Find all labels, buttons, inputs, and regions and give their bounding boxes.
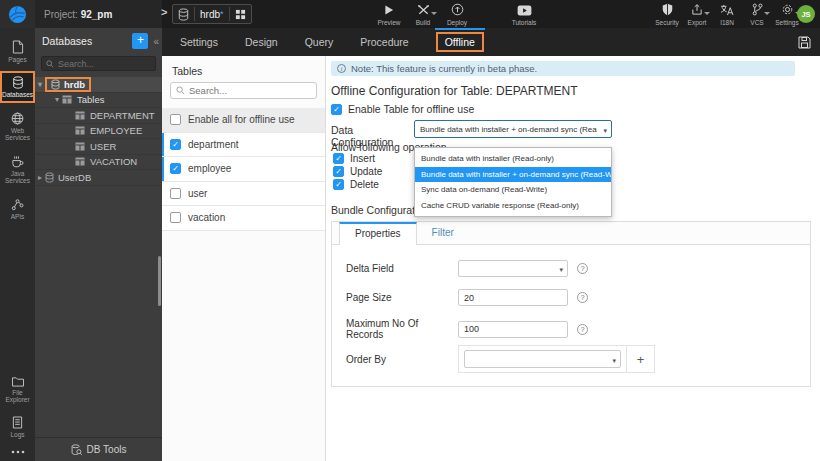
order-by-select[interactable]: ▾ <box>464 350 621 368</box>
logs-document-icon <box>12 416 23 429</box>
databases-search-input[interactable] <box>58 59 148 69</box>
sidebar-item-apis[interactable]: APIs <box>0 193 35 224</box>
table-checkbox[interactable] <box>170 188 181 199</box>
settings-actions-group: Security Export I18N VCS <box>652 3 802 26</box>
help-icon[interactable]: ? <box>577 324 588 335</box>
insert-checkbox[interactable]: ✓ <box>333 153 344 164</box>
save-database-icon[interactable] <box>798 36 811 49</box>
table-checkbox[interactable]: ✓ <box>170 163 181 174</box>
divider <box>229 7 230 21</box>
tree-node-tables-group[interactable]: ▾ Tables <box>35 93 162 109</box>
sidebar-item-file-explorer[interactable]: File Explorer <box>0 371 35 408</box>
table-row-vacation[interactable]: vacation <box>162 206 325 231</box>
sidebar-item-web-services[interactable]: Web Services <box>0 107 35 146</box>
open-entity-tab-hrdb[interactable]: hrdb* <box>172 4 252 24</box>
sidebar-item-logs[interactable]: Logs <box>0 411 35 442</box>
order-by-add-button[interactable]: + <box>627 346 654 372</box>
dropdown-option-selected[interactable]: Bundle data with installer + on-demand s… <box>415 167 611 183</box>
build-tools-icon <box>417 4 430 16</box>
tables-search-input[interactable] <box>189 85 299 96</box>
sidebar-item-java-services[interactable]: Java Services <box>0 150 35 189</box>
tutorials-button[interactable]: Tutorials <box>505 3 543 26</box>
row-label: vacation <box>188 212 225 223</box>
sidebar-item-databases[interactable]: Databases <box>0 71 35 102</box>
chevron-down-icon <box>431 12 437 15</box>
sidebar-item-more[interactable] <box>0 445 35 458</box>
export-button[interactable]: Export <box>682 3 712 26</box>
tables-search[interactable] <box>170 82 317 99</box>
tree-node-table[interactable]: DEPARTMENT <box>35 108 162 124</box>
delta-field-select[interactable]: ▾ <box>458 260 568 277</box>
i18n-button[interactable]: I18N <box>712 3 742 26</box>
operation-update-row[interactable]: ✓ Update <box>333 166 382 177</box>
app-logo[interactable] <box>0 0 35 28</box>
tree-node-userdb[interactable]: ▸ UserDB <box>35 170 162 186</box>
grid-view-icon[interactable] <box>235 9 246 20</box>
panel-scrollbar[interactable] <box>158 256 161 306</box>
help-icon[interactable]: ? <box>577 263 588 274</box>
search-icon <box>176 86 185 95</box>
help-icon[interactable]: ? <box>577 292 588 303</box>
update-checkbox[interactable]: ✓ <box>333 166 344 177</box>
enable-table-checkbox[interactable]: ✓ <box>331 104 342 115</box>
operation-delete-row[interactable]: ✓ Delete <box>333 179 379 190</box>
tree-node-table[interactable]: VACATION <box>35 155 162 171</box>
deploy-button[interactable]: Deploy <box>440 3 474 26</box>
tab-properties[interactable]: Properties <box>339 222 417 245</box>
select-caret-icon: ▾ <box>612 357 616 365</box>
tree-node-table[interactable]: EMPLOYEE <box>35 124 162 140</box>
enable-all-row[interactable]: Enable all for offline use <box>162 108 325 133</box>
folder-icon <box>11 376 25 387</box>
tab-procedure[interactable]: Procedure <box>360 36 408 48</box>
data-configuration-dropdown: Bundle data with installer (Read-only) B… <box>414 147 612 217</box>
security-button[interactable]: Security <box>652 3 682 26</box>
operation-insert-row[interactable]: ✓ Insert <box>333 153 375 164</box>
preview-button[interactable]: Preview <box>372 3 406 26</box>
data-configuration-select[interactable]: Bundle data with installer + on-demand s… <box>414 120 612 138</box>
table-checkbox[interactable] <box>170 212 181 223</box>
sidebar-item-pages[interactable]: Pages <box>0 35 35 67</box>
table-row-employee[interactable]: ✓ employee <box>162 157 325 182</box>
page-size-label: Page Size <box>346 292 458 303</box>
tree-node-label: USER <box>90 141 116 152</box>
dropdown-option[interactable]: Bundle data with installer (Read-only) <box>415 151 611 167</box>
page-size-input[interactable] <box>464 293 562 303</box>
tab-design[interactable]: Design <box>245 36 278 48</box>
collapse-panel-icon[interactable]: « <box>153 36 159 47</box>
page-size-row: Page Size ? <box>346 289 588 306</box>
tree-node-table[interactable]: USER <box>35 139 162 155</box>
tab-filter[interactable]: Filter <box>417 222 469 244</box>
database-icon <box>12 76 24 89</box>
left-icon-sidebar: Pages Databases Web Services Java Servic… <box>0 28 35 461</box>
tab-settings[interactable]: Settings <box>180 36 218 48</box>
top-bar: Project: 92_pm > hrdb* Preview <box>0 0 820 28</box>
tree-node-hrdb[interactable]: ▾ hrdb <box>35 77 162 93</box>
max-records-input[interactable] <box>464 324 562 334</box>
breadcrumb-chevron-icon[interactable]: > <box>161 6 167 18</box>
table-icon <box>75 111 85 120</box>
vcs-button[interactable]: VCS <box>742 3 772 26</box>
tree-expand-caret-icon[interactable]: ▾ <box>35 80 45 89</box>
build-button[interactable]: Build <box>406 3 440 26</box>
order-by-row: Order By ▾ + <box>346 345 655 373</box>
dropdown-option[interactable]: Sync data on-demand (Read-Write) <box>415 182 611 198</box>
user-avatar[interactable]: JS <box>797 5 815 23</box>
tab-offline[interactable]: Offline <box>436 32 484 52</box>
info-icon: i <box>337 64 346 73</box>
tab-query[interactable]: Query <box>305 36 334 48</box>
enable-all-checkbox[interactable] <box>170 114 181 125</box>
add-database-button[interactable]: + <box>132 33 148 49</box>
table-row-user[interactable]: user <box>162 182 325 207</box>
delete-checkbox[interactable]: ✓ <box>333 179 344 190</box>
table-checkbox[interactable]: ✓ <box>170 139 181 150</box>
tree-expand-caret-icon[interactable]: ▾ <box>52 95 62 104</box>
tree-collapsed-caret-icon[interactable]: ▸ <box>35 173 45 182</box>
more-dots-icon <box>11 450 25 454</box>
db-tools-button[interactable]: DB Tools <box>35 437 162 461</box>
enable-table-row[interactable]: ✓ Enable Table for offline use <box>331 103 474 115</box>
dropdown-option[interactable]: Cache CRUD variable response (Read-only) <box>415 198 611 214</box>
run-actions-group: Preview Build Deploy <box>372 3 474 26</box>
table-row-department[interactable]: ✓ department <box>162 133 325 158</box>
databases-search[interactable] <box>41 56 156 71</box>
coffee-cup-icon <box>11 155 24 168</box>
